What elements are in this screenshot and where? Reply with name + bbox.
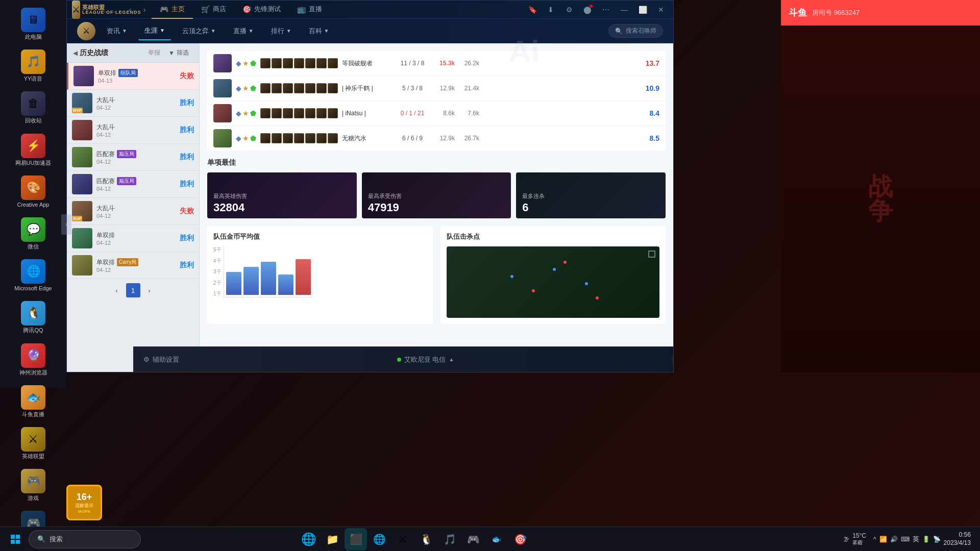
settings-bar-item[interactable]: ⚙ 辅助设置 (143, 355, 179, 364)
taskbar-app-terminal[interactable]: ⬛ (345, 528, 367, 550)
settings-button[interactable]: ⚙ (562, 3, 576, 17)
sidebar-collapse-arrow[interactable]: › (61, 214, 71, 235)
restore-button[interactable]: ⬜ (635, 3, 650, 17)
match-item-2[interactable]: 大乱斗 04-12 胜利 (67, 117, 199, 144)
tab-shop[interactable]: 🛒 商店 (193, 1, 234, 19)
player-kda-2: 0 / 1 / 21 (397, 110, 428, 117)
player-row-0: ◆ ★ ⬟ 等我破舰者 (207, 51, 666, 76)
match-item-3[interactable]: 匹配赛 巅压局 04-12 胜利 (67, 144, 199, 171)
more-button[interactable]: ⋯ (599, 3, 613, 17)
item-2-3 (294, 108, 304, 118)
match-item-4[interactable]: 匹配赛 巅压局 04-12 胜利 (67, 171, 199, 198)
windows-search-bar[interactable]: 🔍 搜索 (29, 530, 141, 548)
sidebar-item-yy[interactable]: 🎵 YY语音 (5, 47, 61, 85)
sidebar-item-creative[interactable]: 🎨 Creative App (5, 173, 61, 211)
match-info-5: 大乱斗 04-12 (96, 204, 176, 219)
taskbar-app-music[interactable]: 🎵 (438, 528, 461, 550)
player-cs1-2: 8.6k (432, 110, 455, 117)
sidebar-item-netease[interactable]: ⚡ 网易UU加速器 (5, 131, 61, 169)
taskbar-app-lol[interactable]: ⚔ (391, 528, 414, 550)
lang-indicator[interactable]: 英 (913, 535, 919, 544)
notification-button[interactable]: ⬤ (580, 3, 595, 17)
player-cs2-0: 26.2k (459, 60, 479, 67)
nav-wiki[interactable]: 百科 ▼ (303, 22, 335, 40)
nav-news[interactable]: 资讯 ▼ (101, 22, 133, 40)
filter-button[interactable]: ▼ 筛选 (164, 47, 193, 58)
taskbar-app-edge[interactable]: 🌐 (368, 528, 390, 550)
rank-icon-0: ◆ (236, 59, 241, 67)
bar-4 (296, 259, 311, 295)
mvp-badge-5: SUP (72, 216, 82, 221)
nav-career[interactable]: 生涯 ▼ (138, 22, 171, 40)
match-item-6[interactable]: 单双排 04-12 胜利 (67, 225, 199, 252)
server-status-dot (397, 358, 401, 362)
minimize-button[interactable]: — (617, 3, 631, 17)
sidebar-item-recycle[interactable]: 🗑 回收站 (5, 89, 61, 127)
stat-label-1: 最高承受伤害 (368, 192, 505, 200)
kills-chart-title: 队伍击杀点 (447, 232, 660, 241)
gold-chart-section: 队伍金币平均值 5千 4千 3千 2千 1千 (207, 226, 433, 324)
report-button[interactable]: 举报 (144, 47, 164, 58)
map-dot-red-1 (596, 296, 599, 299)
sidebar-item-qq[interactable]: 🐧 腾讯QQ (5, 298, 61, 336)
taskbar-app-game3[interactable]: 🎯 (509, 528, 531, 550)
douyu-battle-text: 战争 (868, 174, 893, 223)
pioneer-tab-label: 先锋测试 (254, 5, 281, 14)
history-pagination: ‹ 1 › (67, 279, 199, 302)
sidebar-item-games[interactable]: 🎮 游戏 (5, 466, 61, 504)
rank-star-2: ★ (242, 109, 249, 117)
nav-tft[interactable]: 云顶之弈 ▼ (176, 22, 222, 40)
current-page-button[interactable]: 1 (126, 283, 140, 297)
player-score-3: 8.5 (639, 134, 659, 142)
tab-pioneer[interactable]: 🎯 先锋测试 (234, 1, 289, 19)
sidebar-item-lol[interactable]: ⚔ 英雄联盟 (5, 424, 61, 462)
item-2-6 (328, 108, 338, 118)
gold-chart-title: 队伍金币平均值 (213, 232, 427, 241)
player-row-1: ◆ ★ ⬟ | 神乐千鹤 | (207, 76, 666, 101)
match-item-5[interactable]: SUP 大乱斗 04-12 失败 (67, 198, 199, 225)
secondary-nav: ⚔ 资讯 ▼ 生涯 ▼ 云顶之弈 ▼ 直播 ▼ 排行 ▼ 百科 (67, 19, 673, 43)
yy-label: YY语音 (24, 76, 43, 82)
sidebar-item-computer[interactable]: 🖥 此电脑 (5, 5, 61, 43)
sidebar-item-browser[interactable]: 🔮 神州浏览器 (5, 341, 61, 379)
match-champ-7 (72, 255, 92, 276)
taskbar-app-game1[interactable]: 🎮 (462, 528, 484, 550)
nav-ranking[interactable]: 排行 ▼ (265, 22, 298, 40)
taskbar-app-game2[interactable]: 🐟 (485, 528, 508, 550)
tab-home[interactable]: 🎮 主页 (152, 1, 193, 19)
start-button[interactable] (4, 528, 27, 550)
prev-page-button[interactable]: ‹ (110, 283, 124, 297)
download-button[interactable]: ⬇ (544, 3, 558, 17)
item-0-3 (294, 58, 304, 68)
nav-forward-button[interactable]: › (137, 3, 152, 17)
douyu-content: 战争 (781, 26, 980, 372)
server-arrow-icon: ▲ (449, 357, 454, 362)
tray-up-arrow-icon[interactable]: ^ (873, 536, 876, 543)
player-champ-0 (213, 54, 232, 72)
player-items-3 (260, 133, 338, 143)
best-stats-cards: 最高英雄伤害 32804 最高承受伤害 47919 最多连杀 6 (207, 172, 666, 218)
sidebar-item-wechat[interactable]: 💬 微信 (5, 215, 61, 253)
nav-stream[interactable]: 直播 ▼ (227, 22, 260, 40)
sidebar-item-douyu[interactable]: 🐟 斗鱼直播 (5, 383, 61, 420)
taskbar-app-cortana[interactable]: 🌐 (298, 528, 320, 550)
match-item-7[interactable]: 单双排 Carry局 04-12 胜利 (67, 252, 199, 279)
summoner-search[interactable]: 🔍 搜索召唤师 (608, 24, 663, 38)
match-item-1[interactable]: MVP 大乱斗 04-12 胜利 (67, 90, 199, 117)
lol-client-window: ⚔ 英雄联盟 LEAGUE·OF·LEGENDS ‹ › 🎮 主页 🛒 商店 (66, 0, 674, 372)
nav-back-button[interactable]: ‹ (123, 3, 137, 17)
close-button[interactable]: ✕ (654, 3, 668, 17)
sidebar-item-edge[interactable]: 🌐 Microsoft Edge (5, 257, 61, 294)
douyu-panel: 斗鱼 房间号 9663247 战争 (781, 0, 980, 372)
taskbar-app-qq[interactable]: 🐧 (415, 528, 437, 550)
next-page-button[interactable]: › (142, 283, 157, 297)
ranking-arrow-icon: ▼ (286, 28, 291, 34)
tab-live[interactable]: 📺 直播 (289, 1, 330, 19)
match-item-0[interactable]: 单双排 组队局 04-13 失败 (67, 63, 199, 90)
taskbar-app-explorer[interactable]: 📁 (321, 528, 344, 550)
minimap (447, 246, 660, 318)
svg-rect-1 (16, 535, 20, 539)
history-back-icon[interactable]: ◀ (73, 49, 78, 57)
bookmark-button[interactable]: 🔖 (525, 3, 540, 17)
running-status-item[interactable]: 正在运行... ☰ (672, 353, 674, 366)
